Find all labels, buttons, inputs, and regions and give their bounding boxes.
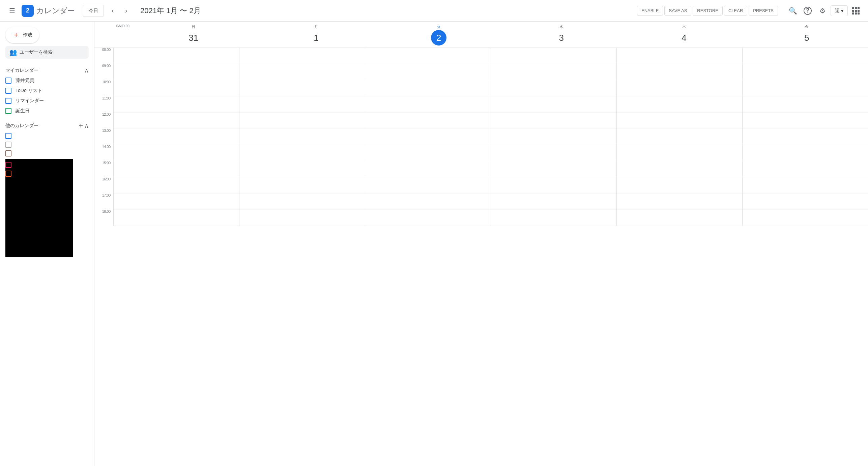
hour-cell-mon-16[interactable] <box>239 177 365 194</box>
prev-button[interactable]: ‹ <box>107 5 119 17</box>
hour-cell-fri-14[interactable] <box>743 145 868 161</box>
hour-cell-wed-12[interactable] <box>491 113 616 129</box>
hour-cell-mon-10[interactable] <box>239 80 365 96</box>
hour-cell-tue-14[interactable] <box>365 145 491 161</box>
grid-scroll[interactable]: 08:00 09:00 10:00 11:00 12:00 13:00 14:0… <box>94 48 868 466</box>
hour-cell-thu-11[interactable] <box>617 96 742 113</box>
other-cal-checkbox-3[interactable] <box>5 150 11 156</box>
hour-cell-fri-15[interactable] <box>743 161 868 177</box>
hour-cell-sun-16[interactable] <box>114 177 239 194</box>
hour-cell-fri-08[interactable] <box>743 48 868 64</box>
hour-cell-fri-09[interactable] <box>743 64 868 80</box>
day-column-thu[interactable] <box>616 48 742 226</box>
help-button[interactable]: ? <box>801 4 814 18</box>
hour-cell-sun-14[interactable] <box>114 145 239 161</box>
other-calendars-toggle[interactable]: ∧ <box>84 122 89 129</box>
other-calendar-item-3[interactable] <box>0 149 94 158</box>
hour-cell-sun-09[interactable] <box>114 64 239 80</box>
hour-cell-thu-18[interactable] <box>617 210 742 226</box>
view-selector[interactable]: 週 ▾ <box>831 5 848 16</box>
hour-cell-thu-08[interactable] <box>617 48 742 64</box>
day-column-mon[interactable] <box>239 48 365 226</box>
hour-cell-tue-15[interactable] <box>365 161 491 177</box>
other-calendar-item-1[interactable] <box>0 132 94 140</box>
next-button[interactable]: › <box>120 5 132 17</box>
hour-cell-mon-14[interactable] <box>239 145 365 161</box>
hour-cell-tue-17[interactable] <box>365 194 491 210</box>
day-column-wed[interactable] <box>491 48 616 226</box>
hour-cell-fri-12[interactable] <box>743 113 868 129</box>
hour-cell-sun-18[interactable] <box>114 210 239 226</box>
hour-cell-wed-08[interactable] <box>491 48 616 64</box>
hour-cell-fri-17[interactable] <box>743 194 868 210</box>
hour-cell-thu-14[interactable] <box>617 145 742 161</box>
settings-button[interactable]: ⚙ <box>816 4 829 18</box>
hour-cell-sun-10[interactable] <box>114 80 239 96</box>
hour-cell-sun-17[interactable] <box>114 194 239 210</box>
hour-cell-tue-08[interactable] <box>365 48 491 64</box>
apps-button[interactable] <box>849 4 863 18</box>
other-cal-checkbox-2[interactable] <box>5 142 11 148</box>
hour-cell-wed-09[interactable] <box>491 64 616 80</box>
calendar-item-todo[interactable]: ToDo リスト <box>0 86 94 96</box>
search-users-button[interactable]: 👥 ユーザーを検索 <box>5 46 89 59</box>
enable-button[interactable]: ENABLE <box>637 6 663 16</box>
calendar-checkbox-fujii[interactable] <box>5 78 11 84</box>
presets-button[interactable]: PRESETS <box>749 6 778 16</box>
hour-cell-mon-15[interactable] <box>239 161 365 177</box>
hour-cell-mon-11[interactable] <box>239 96 365 113</box>
hour-cell-fri-13[interactable] <box>743 129 868 145</box>
clear-button[interactable]: CLEAR <box>724 6 747 16</box>
other-cal-cb-overlay-2[interactable] <box>5 171 11 177</box>
calendar-item-fujii[interactable]: 藤井元貴 <box>0 76 94 86</box>
hour-cell-wed-17[interactable] <box>491 194 616 210</box>
hour-cell-tue-09[interactable] <box>365 64 491 80</box>
day-column-tue[interactable] <box>365 48 491 226</box>
day-column-fri[interactable] <box>742 48 868 226</box>
hour-cell-thu-16[interactable] <box>617 177 742 194</box>
hour-cell-wed-18[interactable] <box>491 210 616 226</box>
restore-button[interactable]: RESTORE <box>693 6 723 16</box>
other-cal-cb-overlay-1[interactable] <box>5 162 11 168</box>
hour-cell-wed-16[interactable] <box>491 177 616 194</box>
other-cal-item-overlay-1[interactable] <box>5 159 73 169</box>
hour-cell-mon-13[interactable] <box>239 129 365 145</box>
hour-cell-sun-11[interactable] <box>114 96 239 113</box>
calendar-item-reminder[interactable]: リマインダー <box>0 96 94 106</box>
hour-cell-thu-15[interactable] <box>617 161 742 177</box>
hour-cell-sun-12[interactable] <box>114 113 239 129</box>
hour-cell-wed-14[interactable] <box>491 145 616 161</box>
hour-cell-thu-12[interactable] <box>617 113 742 129</box>
other-cal-item-overlay-2[interactable] <box>5 169 73 178</box>
hour-cell-sun-15[interactable] <box>114 161 239 177</box>
menu-button[interactable]: ☰ <box>5 4 19 18</box>
hour-cell-sun-08[interactable] <box>114 48 239 64</box>
calendar-checkbox-reminder[interactable] <box>5 98 11 104</box>
hour-cell-fri-11[interactable] <box>743 96 868 113</box>
calendar-checkbox-todo[interactable] <box>5 88 11 94</box>
create-button[interactable]: + 作成 <box>5 27 39 43</box>
day-column-sun[interactable] <box>113 48 239 226</box>
hour-cell-fri-18[interactable] <box>743 210 868 226</box>
hour-cell-wed-15[interactable] <box>491 161 616 177</box>
hour-cell-tue-12[interactable] <box>365 113 491 129</box>
calendar-item-birthday[interactable]: 誕生日 <box>0 106 94 116</box>
hour-cell-tue-13[interactable] <box>365 129 491 145</box>
hour-cell-mon-17[interactable] <box>239 194 365 210</box>
hour-cell-sun-13[interactable] <box>114 129 239 145</box>
hour-cell-mon-12[interactable] <box>239 113 365 129</box>
hour-cell-wed-10[interactable] <box>491 80 616 96</box>
my-calendars-toggle[interactable]: ∧ <box>84 67 89 74</box>
hour-cell-thu-10[interactable] <box>617 80 742 96</box>
save-as-button[interactable]: SAVE AS <box>664 6 691 16</box>
hour-cell-wed-11[interactable] <box>491 96 616 113</box>
hour-cell-mon-18[interactable] <box>239 210 365 226</box>
hour-cell-fri-10[interactable] <box>743 80 868 96</box>
search-button[interactable]: 🔍 <box>786 4 800 18</box>
hour-cell-tue-10[interactable] <box>365 80 491 96</box>
hour-cell-fri-16[interactable] <box>743 177 868 194</box>
hour-cell-mon-09[interactable] <box>239 64 365 80</box>
hour-cell-thu-17[interactable] <box>617 194 742 210</box>
other-calendar-item-2[interactable] <box>0 140 94 149</box>
other-cal-checkbox-1[interactable] <box>5 133 11 139</box>
